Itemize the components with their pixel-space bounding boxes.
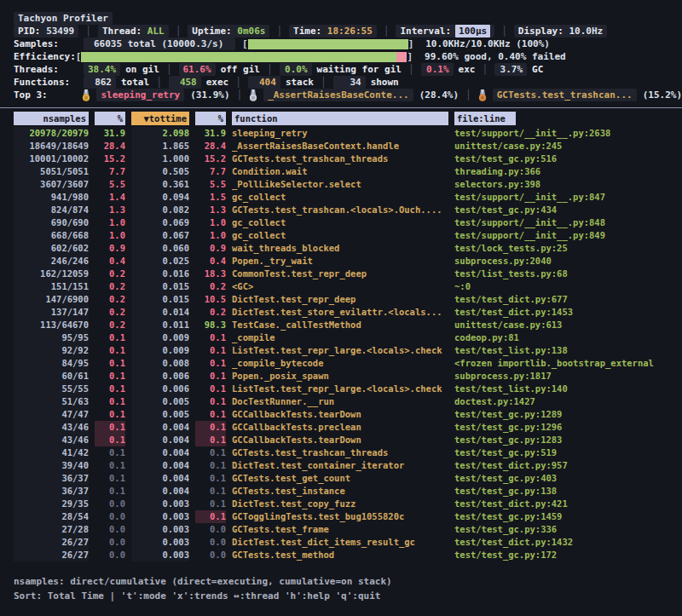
threads-row: Threads: 38.4%on gil│61.6%off gil│0.0%wa… — [14, 63, 682, 76]
table-row[interactable]: 43/460.10.0040.1GCCallbackTests.tearDown… — [0, 434, 682, 446]
medal-bronze-icon — [478, 89, 487, 101]
table-row[interactable]: 95/950.10.0090.1_compilecodeop.py:81 — [0, 331, 682, 344]
cell-file-line: doctest.py:1427 — [454, 395, 675, 408]
cell-pct-cumulative: 0.4 — [195, 255, 226, 268]
table-row[interactable]: 43/460.10.0040.1GCCallbackTests.preclean… — [0, 421, 682, 434]
table-row[interactable]: 5051/50517.70.5057.7Condition.waitthread… — [0, 165, 682, 178]
table-row[interactable]: 113/646700.20.01198.3TestCase._callTestM… — [0, 319, 682, 331]
separator: │ — [501, 25, 507, 37]
table-row[interactable]: 151/1510.20.0150.2<GC>~:0 — [0, 280, 682, 293]
cell-file-line: test/test_gc.py:516 — [454, 153, 675, 165]
thread-stat-value: 0.1% — [421, 63, 454, 76]
separator: │ — [237, 89, 243, 101]
threads-label: Threads: — [14, 63, 84, 76]
cell-pct-direct: 1.0 — [95, 216, 125, 229]
table-row[interactable]: 26/270.00.0030.0GCTests.test_methodtest/… — [0, 549, 682, 561]
cell-pct-direct: 0.2 — [95, 293, 125, 306]
table-row[interactable]: 20978/2097931.92.09831.9sleeping_retryte… — [0, 127, 682, 140]
table-row[interactable]: 668/6681.00.0671.0gc_collecttest/support… — [0, 229, 682, 242]
table-row[interactable]: 36/370.10.0040.1GCTests.test_get_countte… — [0, 472, 682, 485]
table-row[interactable]: 18649/1864928.41.86528.4_AssertRaisesBas… — [0, 140, 682, 153]
cell-pct-cumulative: 0.1 — [195, 421, 226, 434]
cell-nsamples: 147/6900 — [14, 293, 89, 306]
functions-stats: 862total│458exec│404stack│34shown — [84, 76, 399, 89]
efficiency-summary: 99.60% good, 0.40% failed — [425, 50, 566, 63]
cell-nsamples: 47/47 — [14, 408, 89, 421]
top3-function-name: sleeping_retry — [96, 89, 184, 101]
column-header-pct-cumulative[interactable]: % — [195, 112, 226, 125]
cell-nsamples: 92/92 — [14, 344, 89, 357]
table-row[interactable]: 690/6901.00.0691.0gc_collecttest/support… — [0, 216, 682, 229]
interval-value: 100µs — [455, 25, 490, 37]
cell-pct-cumulative: 0.1 — [195, 344, 226, 357]
cell-file-line: test/test_list.py:138 — [454, 344, 675, 357]
cell-pct-cumulative: 0.1 — [195, 331, 226, 344]
table-row[interactable]: 39/400.10.0040.1DictTest.test_container_… — [0, 459, 682, 472]
cell-function: CommonTest.test_repr_deep — [232, 268, 448, 280]
cell-tottime: 0.015 — [131, 293, 189, 306]
table-row[interactable]: 36/370.10.0040.1GCTests.test_instancetes… — [0, 485, 682, 498]
cell-pct-direct: 1.4 — [95, 191, 125, 204]
interval-stat: Interval:100µs — [396, 25, 494, 37]
cell-function: _AssertRaisesBaseContext.handle — [232, 140, 448, 153]
table-row[interactable]: 29/350.00.0030.1DictTest.test_copy_fuzzt… — [0, 498, 682, 510]
table-row[interactable]: 147/69000.20.01510.5DictTest.test_repr_d… — [0, 293, 682, 306]
cell-file-line: test/test_dict.py:421 — [454, 498, 675, 510]
cell-tottime: 0.004 — [131, 459, 189, 472]
table-row[interactable]: 84/950.10.0080.1_compile_bytecode<frozen… — [0, 357, 682, 370]
table-row[interactable]: 41/420.10.0040.1GCTests.test_trashcan_th… — [0, 446, 682, 459]
table-row[interactable]: 246/2460.40.0250.4Popen._try_waitsubproc… — [0, 255, 682, 268]
cell-function: DictTest.test_store_evilattr.<locals... — [232, 306, 448, 319]
cell-function: GCCallbackTests.preclean — [232, 421, 448, 434]
table-row[interactable]: 28/540.00.0030.1GCTogglingTests.test_bug… — [0, 510, 682, 523]
table-row[interactable]: 47/470.10.0050.1GCCallbackTests.tearDown… — [0, 408, 682, 421]
table-row[interactable]: 3607/36075.50.3615.5_PollLikeSelector.se… — [0, 178, 682, 191]
table-row[interactable]: 27/280.00.0030.0GCTests.test_frametest/t… — [0, 523, 682, 536]
cell-file-line: subprocess.py:1817 — [454, 370, 675, 383]
table-row[interactable]: 602/6020.90.0600.9wait_threads_blockedte… — [0, 242, 682, 255]
cell-pct-cumulative: 15.2 — [195, 153, 226, 165]
cell-function: _PollLikeSelector.select — [232, 178, 448, 191]
cell-function: GCTests.test_frame — [232, 523, 448, 536]
table-row[interactable]: 26/270.00.0030.0DictTest.test_dict_items… — [0, 536, 682, 549]
table-row[interactable]: 824/8741.30.0821.3GCTests.test_trashcan.… — [0, 204, 682, 216]
cell-pct-direct: 1.0 — [95, 229, 125, 242]
cell-nsamples: 43/46 — [14, 434, 89, 446]
table-row[interactable]: 51/630.10.0050.1DocTestRunner.__rundocte… — [0, 395, 682, 408]
cell-file-line: test/support/__init__.py:2638 — [454, 127, 675, 140]
column-header-pct-direct[interactable]: % — [95, 112, 125, 125]
samples-value: 66035 total (10000.3/s) — [84, 37, 235, 50]
table-row[interactable]: 137/1470.20.0140.2DictTest.test_store_ev… — [0, 306, 682, 319]
table-row[interactable]: 941/9801.40.0941.5gc_collecttest/support… — [0, 191, 682, 204]
cell-function: wait_threads_blocked — [232, 242, 448, 255]
table-row[interactable]: 55/550.10.0060.1ListTest.test_repr_large… — [0, 383, 682, 395]
cell-tottime: 0.004 — [131, 485, 189, 498]
column-header-nsamples[interactable]: nsamples — [14, 112, 89, 125]
function-stat-value: 862 — [84, 76, 116, 89]
column-header-function[interactable]: function — [232, 112, 448, 125]
functions-row: Functions: 862total│458exec│404stack│34s… — [14, 76, 682, 89]
cell-pct-cumulative: 1.0 — [195, 216, 226, 229]
separator: │ — [321, 76, 327, 89]
table-row[interactable]: 162/120590.20.01618.3CommonTest.test_rep… — [0, 268, 682, 280]
top3-share: (31.9%) — [190, 89, 229, 101]
cell-pct-direct: 0.9 — [95, 242, 125, 255]
thread-stat-label: GC — [532, 63, 543, 76]
efficiency-row: Efficiency: [ ] 99.60% good, 0.40% faile… — [14, 50, 682, 63]
cell-tottime: 0.016 — [131, 268, 189, 280]
pid-label: PID: — [18, 25, 41, 37]
table-row[interactable]: 60/610.10.0060.1Popen._posix_spawnsubpro… — [0, 370, 682, 383]
cell-pct-direct: 0.1 — [95, 357, 125, 370]
cell-nsamples: 84/95 — [14, 357, 89, 370]
column-header-file-line[interactable]: file:line — [454, 112, 516, 125]
cell-file-line: test/lock_tests.py:25 — [454, 242, 675, 255]
cell-file-line: selectors.py:398 — [454, 178, 675, 191]
column-header-tottime[interactable]: ▼tottime — [131, 112, 189, 125]
cell-nsamples: 137/147 — [14, 306, 89, 319]
cell-function: GCTogglingTests.test_bug1055820c — [232, 510, 448, 523]
cell-pct-cumulative: 0.1 — [195, 510, 226, 523]
table-row[interactable]: 10001/1000215.21.00015.2GCTests.test_tra… — [0, 153, 682, 165]
cell-file-line: threading.py:366 — [454, 165, 675, 178]
table-row[interactable]: 92/920.10.0090.1ListTest.test_repr_large… — [0, 344, 682, 357]
cell-function: GCTests.test_method — [232, 549, 448, 561]
